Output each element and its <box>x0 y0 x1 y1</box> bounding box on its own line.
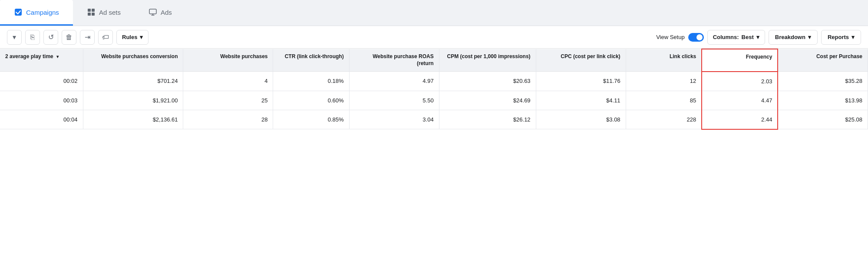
cell-cost-per-purchase-1: $35.28 <box>778 72 868 91</box>
cell-cpc-3: $3.08 <box>536 110 626 129</box>
top-nav-tabs: Campaigns Ad sets Ads <box>0 0 868 26</box>
reports-chevron-icon: ▾ <box>851 34 855 40</box>
cell-cost-per-purchase-2: $13.98 <box>778 91 868 110</box>
view-setup-label: View Setup <box>656 34 685 40</box>
tab-adsets[interactable]: Ad sets <box>73 0 135 26</box>
svg-rect-4 <box>92 13 95 16</box>
cell-ctr-3: 0.85% <box>273 110 349 129</box>
cell-cpm-2: $24.69 <box>439 91 536 110</box>
export-btn[interactable]: ⇥ <box>80 30 95 45</box>
breakdown-btn[interactable]: Breakdown ▾ <box>769 30 818 45</box>
view-setup-group: View Setup <box>656 33 704 42</box>
delete-btn[interactable]: 🗑 <box>62 30 76 45</box>
col-header-ctr[interactable]: CTR (link click-through) <box>273 49 349 72</box>
cell-wp-conversion-2: $1,921.00 <box>83 91 183 110</box>
cell-avg-play-time-3: 00:04 <box>0 110 83 129</box>
col-header-wp-roas[interactable]: Website purchase ROAS (return <box>349 49 439 72</box>
view-setup-toggle[interactable] <box>688 33 704 42</box>
tab-campaigns-label: Campaigns <box>26 9 59 16</box>
tab-adsets-label: Ad sets <box>99 9 121 16</box>
columns-label: Columns: <box>713 34 739 40</box>
filter-dropdown-btn[interactable]: ▾ <box>7 30 22 45</box>
cell-wp-roas-3: 3.04 <box>349 110 439 129</box>
cell-cpc-1: $11.76 <box>536 72 626 91</box>
refresh-icon: ↺ <box>48 33 54 41</box>
breakdown-label: Breakdown <box>775 34 805 40</box>
monitor-icon <box>149 8 157 16</box>
col-header-wp-conversion[interactable]: Website purchases conversion <box>83 49 183 72</box>
export-icon: ⇥ <box>85 33 90 41</box>
svg-rect-2 <box>92 9 95 12</box>
trash-icon: 🗑 <box>66 33 73 41</box>
grid-icon <box>87 8 96 16</box>
cell-wp-roas-2: 5.50 <box>349 91 439 110</box>
col-header-cpc[interactable]: CPC (cost per link click) <box>536 49 626 72</box>
cell-wp-roas-1: 4.97 <box>349 72 439 91</box>
toolbar: ▾ ⎘ ↺ 🗑 ⇥ 🏷 Rules ▾ View Setup Columns: … <box>0 26 868 49</box>
cell-wp-conversion-3: $2,136.61 <box>83 110 183 129</box>
svg-rect-1 <box>88 9 91 12</box>
cell-frequency-2: 4.47 <box>702 91 778 110</box>
col-header-website-purchases[interactable]: Website purchases <box>183 49 273 72</box>
data-table: 2 average play time ▾ Website purchases … <box>0 49 868 130</box>
cell-ctr-1: 0.18% <box>273 72 349 91</box>
tab-ads[interactable]: Ads <box>135 0 186 26</box>
cell-cpc-2: $4.11 <box>536 91 626 110</box>
table-row: 00:02 $701.24 4 0.18% 4.97 $20.63 $11.76… <box>0 72 868 91</box>
reports-label: Reports <box>828 34 849 40</box>
copy-btn[interactable]: ⎘ <box>25 30 40 45</box>
breakdown-chevron-icon: ▾ <box>808 34 811 40</box>
cell-cpm-3: $26.12 <box>439 110 536 129</box>
cell-cpm-1: $20.63 <box>439 72 536 91</box>
data-table-container: 2 average play time ▾ Website purchases … <box>0 49 868 130</box>
svg-rect-3 <box>88 13 91 16</box>
cell-wp-conversion-1: $701.24 <box>83 72 183 91</box>
cell-link-clicks-2: 85 <box>626 91 702 110</box>
cell-website-purchases-1: 4 <box>183 72 273 91</box>
refresh-btn[interactable]: ↺ <box>43 30 58 45</box>
cell-frequency-3: 2.44 <box>702 110 778 129</box>
col-header-cost-per-purchase[interactable]: Cost per Purchase <box>778 49 868 72</box>
table-row: 00:03 $1,921.00 25 0.60% 5.50 $24.69 $4.… <box>0 91 868 110</box>
tag-btn[interactable]: 🏷 <box>98 30 113 45</box>
rules-btn[interactable]: Rules ▾ <box>116 30 149 45</box>
columns-btn[interactable]: Columns: Best ▾ <box>707 30 765 45</box>
col-header-link-clicks[interactable]: Link clicks <box>626 49 702 72</box>
columns-chevron-icon: ▾ <box>756 34 759 40</box>
columns-value: Best <box>742 34 754 40</box>
cell-link-clicks-1: 12 <box>626 72 702 91</box>
tag-icon: 🏷 <box>102 33 109 41</box>
col-header-cpm[interactable]: CPM (cost per 1,000 impressions) <box>439 49 536 72</box>
cell-website-purchases-2: 25 <box>183 91 273 110</box>
rules-label: Rules <box>122 34 137 40</box>
checkbox-icon <box>14 8 23 16</box>
col-header-frequency[interactable]: Frequency <box>702 49 778 72</box>
reports-btn[interactable]: Reports ▾ <box>821 30 861 45</box>
cell-avg-play-time-2: 00:03 <box>0 91 83 110</box>
rules-chevron-icon: ▾ <box>140 34 143 40</box>
table-header-row: 2 average play time ▾ Website purchases … <box>0 49 868 72</box>
col-header-avg-play-time[interactable]: 2 average play time ▾ <box>0 49 83 72</box>
sort-arrow-icon: ▾ <box>56 54 59 59</box>
chevron-down-icon: ▾ <box>13 33 16 41</box>
cell-website-purchases-3: 28 <box>183 110 273 129</box>
copy-icon: ⎘ <box>30 33 35 41</box>
cell-link-clicks-3: 228 <box>626 110 702 129</box>
cell-avg-play-time-1: 00:02 <box>0 72 83 91</box>
cell-cost-per-purchase-3: $25.08 <box>778 110 868 129</box>
tab-campaigns[interactable]: Campaigns <box>0 0 73 26</box>
cell-ctr-2: 0.60% <box>273 91 349 110</box>
cell-frequency-1: 2.03 <box>702 72 778 91</box>
tab-ads-label: Ads <box>161 9 172 16</box>
svg-rect-5 <box>149 9 156 14</box>
table-row: 00:04 $2,136.61 28 0.85% 3.04 $26.12 $3.… <box>0 110 868 129</box>
